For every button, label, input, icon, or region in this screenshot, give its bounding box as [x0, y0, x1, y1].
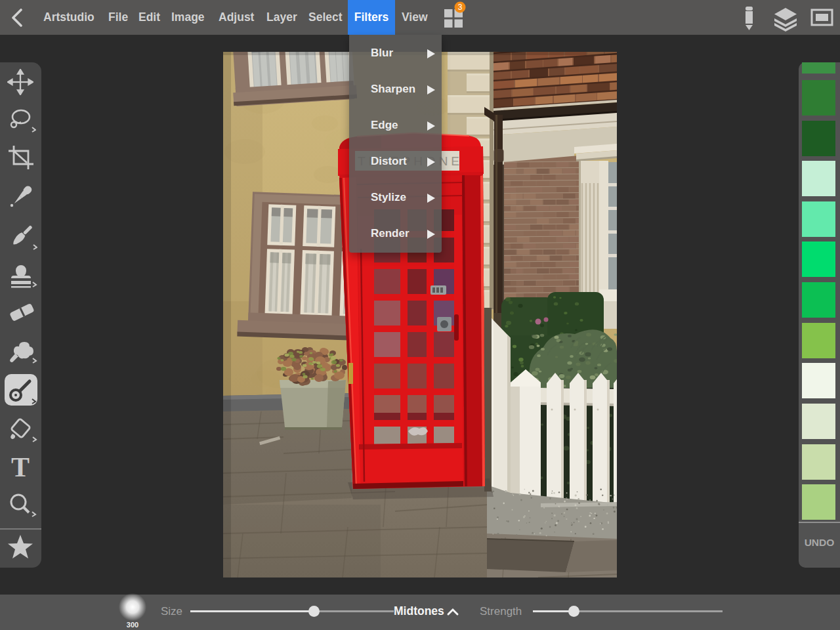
svg-text:T: T [11, 453, 30, 482]
svg-text:3: 3 [458, 3, 463, 12]
